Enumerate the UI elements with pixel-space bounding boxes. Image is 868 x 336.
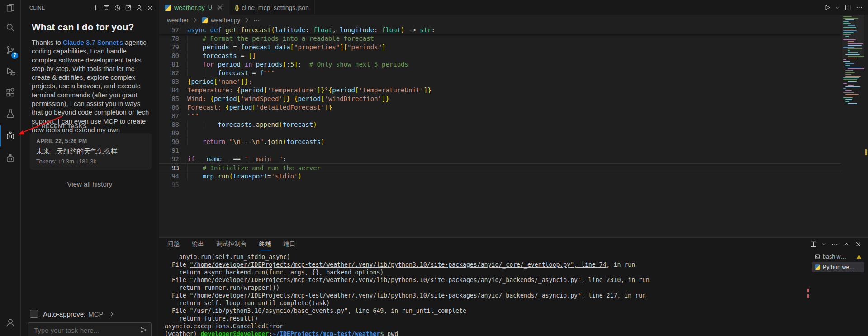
tab-weather-py[interactable]: weather.py U — [159, 0, 229, 15]
code-line-82[interactable]: 82 forecast = f""" — [159, 69, 841, 77]
line-code: for period in periods[:5]: # Only show n… — [179, 60, 408, 69]
code-line-88[interactable]: 88 forecasts.append(forecast) — [159, 120, 841, 129]
sticky-line-code: async def get_forecast(latitude: float, … — [179, 25, 435, 34]
activity-item-account[interactable] — [0, 312, 20, 333]
line-code: Temperature: {period['temperature']}°{pe… — [179, 86, 432, 95]
code-line-95[interactable]: 95 — [159, 181, 841, 189]
more-actions-icon[interactable] — [856, 4, 863, 11]
close-panel-icon[interactable] — [855, 241, 862, 248]
chevron-right-icon — [192, 17, 199, 24]
auto-approve-value: MCP — [88, 310, 103, 318]
terminal-line: return runner.run(wrapper()) — [165, 284, 802, 292]
activity-item-cline[interactable] — [0, 125, 20, 146]
code-line-85[interactable]: 85Wind: {period['windSpeed']} {period['w… — [159, 95, 841, 103]
python-terminal-icon — [815, 264, 820, 270]
panel-tab-0[interactable]: 问题 — [167, 238, 180, 250]
code-line-79[interactable]: 79 periods = forecast_data["properties"]… — [159, 43, 841, 52]
code-area[interactable]: 78 # Format the periods into a readable … — [159, 34, 841, 189]
code-line-94[interactable]: 94 mcp.run(transport='stdio') — [159, 172, 841, 181]
code-line-84[interactable]: 84Temperature: {period['temperature']}°{… — [159, 86, 841, 95]
send-icon[interactable] — [140, 326, 147, 333]
activity-item-extensions[interactable] — [0, 82, 20, 103]
activity-item-testing[interactable] — [0, 103, 20, 124]
terminal-line: return future.result() — [165, 315, 802, 322]
code-line-92[interactable]: 92if __name__ == "__main__": — [159, 155, 841, 163]
warning-marker — [865, 149, 867, 155]
scrollbar-error-mark — [807, 294, 809, 298]
view-all-history-link[interactable]: View all history — [21, 180, 159, 188]
chevron-down-icon[interactable] — [822, 242, 826, 246]
maximize-panel-icon[interactable] — [843, 241, 850, 248]
activity-item-search[interactable] — [0, 17, 20, 38]
split-panel-icon[interactable] — [810, 241, 817, 248]
line-number: 78 — [159, 34, 179, 43]
close-tab-icon[interactable] — [217, 4, 223, 11]
activity-item-explorer[interactable] — [0, 0, 20, 18]
code-line-81[interactable]: 81 for period in periods[:5]: # Only sho… — [159, 60, 841, 69]
activity-item-run-debug[interactable] — [0, 61, 20, 82]
minimap[interactable] — [842, 15, 864, 237]
line-number: 82 — [159, 69, 179, 77]
settings-gear-icon[interactable] — [147, 5, 153, 11]
cline-sidebar: CLINE What can I do for you? Thanks to C… — [21, 0, 159, 336]
line-number: 90 — [159, 138, 179, 146]
line-code — [179, 146, 187, 155]
line-number: 88 — [159, 120, 179, 129]
code-line-93[interactable]: 93 # Initialize and run the server — [159, 163, 841, 172]
panel-tab-3[interactable]: 终端 — [259, 238, 271, 250]
code-line-78[interactable]: 78 # Format the periods into a readable … — [159, 34, 841, 43]
account-icon[interactable] — [136, 5, 142, 11]
code-line-90[interactable]: 90 return "\n---\n".join(forecasts) — [159, 138, 841, 146]
code-line-86[interactable]: 86Forecast: {period['detailedForecast']} — [159, 103, 841, 112]
code-line-87[interactable]: 87""" — [159, 112, 841, 120]
breadcrumb-folder[interactable]: weather — [167, 17, 189, 24]
terminal-line: asyncio.exceptions.CancelledError — [165, 322, 802, 330]
run-dropdown-chevron-icon[interactable] — [835, 5, 840, 10]
line-number: 80 — [159, 52, 179, 60]
plus-icon[interactable] — [92, 5, 99, 11]
activity-bar: 7 — [0, 0, 21, 336]
code-line-83[interactable]: 83{period['name']}: — [159, 77, 841, 86]
terminal-instance-1[interactable]: Python we… — [812, 262, 864, 272]
history-icon[interactable] — [114, 5, 121, 11]
open-in-editor-icon[interactable] — [125, 5, 132, 11]
comment-icon — [32, 123, 38, 130]
more-actions-icon[interactable] — [831, 241, 838, 248]
code-line-89[interactable]: 89 — [159, 129, 841, 138]
terminal-output[interactable]: anyio.run(self.run_stdio_async) File "/h… — [165, 253, 802, 336]
robot-icon — [5, 154, 15, 163]
activity-item-source-control[interactable]: 7 — [0, 40, 20, 61]
terminal-line: File "/home/developer/IDEProjects/mcp-te… — [165, 276, 802, 284]
breadcrumb-symbol[interactable]: ··· — [253, 17, 260, 24]
panel-tab-4[interactable]: 端口 — [284, 238, 296, 250]
terminal-instance-label: Python we… — [823, 264, 855, 270]
claude-sonnet-link[interactable]: Claude 3.7 Sonnet's — [63, 39, 123, 46]
files-icon — [5, 3, 15, 13]
overview-ruler[interactable] — [864, 15, 868, 237]
run-python-icon[interactable] — [824, 4, 831, 11]
server-list-icon[interactable] — [103, 5, 110, 11]
code-line-91[interactable]: 91 — [159, 146, 841, 155]
auto-approve-checkbox[interactable] — [30, 310, 38, 318]
task-input[interactable]: Type your task here... — [28, 322, 152, 336]
panel-tab-1[interactable]: 输出 — [192, 238, 204, 250]
terminal-instance-0[interactable]: bash w… — [812, 251, 864, 262]
code-line-80[interactable]: 80 forecasts = [] — [159, 52, 841, 60]
line-number: 85 — [159, 95, 179, 103]
panel-actions — [810, 238, 862, 250]
panel-tab-2[interactable]: 调试控制台 — [216, 238, 247, 250]
cline-sidebar-header: CLINE — [21, 0, 159, 15]
task-date: APRIL 22, 5:26 PM — [36, 138, 145, 144]
file-link[interactable]: "/home/developer/IDEProjects/mcp-test/we… — [190, 261, 607, 268]
tab-cline-mcp-settings[interactable]: {} cline_mcp_settings.json — [229, 0, 315, 15]
bottom-panel: 问题输出调试控制台终端端口 anyio.run(self.run_stdio_a… — [159, 237, 868, 336]
modified-badge: U — [208, 4, 212, 11]
line-number: 81 — [159, 60, 179, 69]
chevron-right-icon[interactable] — [109, 311, 115, 317]
line-number: 86 — [159, 103, 179, 112]
breadcrumb-file[interactable]: weather.py — [211, 17, 240, 24]
recent-task-card[interactable]: APRIL 22, 5:26 PM 未来三天纽约的天气怎么样 Tokens: ↑… — [30, 133, 152, 170]
split-editor-icon[interactable] — [844, 4, 851, 11]
terminal-line: (weather) developer@developer:~/IDEProje… — [165, 330, 802, 336]
activity-item-robot-secondary[interactable] — [0, 148, 20, 169]
